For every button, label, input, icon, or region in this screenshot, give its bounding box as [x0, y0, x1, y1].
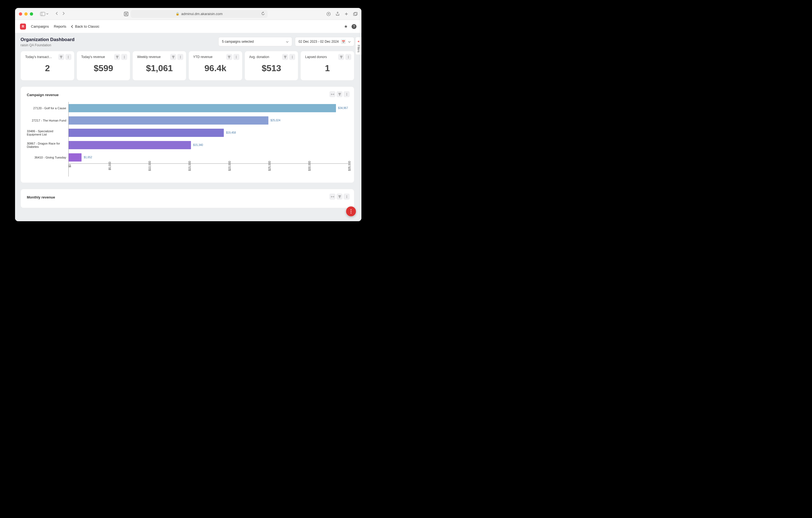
- nav-back-button[interactable]: [56, 11, 58, 17]
- svg-point-21: [348, 56, 349, 56]
- filter-icon[interactable]: [114, 54, 120, 60]
- more-icon[interactable]: [289, 54, 295, 60]
- date-range-selector[interactable]: 02 Dec 2023 - 02 Dec 2024 📅: [295, 37, 354, 46]
- chart-y-label: 27217 - The Human Fund: [27, 114, 68, 127]
- nav-back-to-classic[interactable]: Back to Classic: [71, 24, 99, 28]
- filter-icon[interactable]: [58, 54, 64, 60]
- svg-point-12: [180, 56, 180, 56]
- svg-point-15: [236, 56, 237, 56]
- svg-point-17: [236, 58, 237, 58]
- minimize-window-button[interactable]: [24, 12, 28, 16]
- chart-bar-value: $25,024: [270, 119, 281, 122]
- chart-bar-row: $25,024: [68, 114, 348, 127]
- help-icon[interactable]: ?: [352, 24, 356, 29]
- svg-point-13: [180, 57, 180, 57]
- favorites-icon[interactable]: ★: [344, 24, 348, 29]
- svg-point-11: [124, 58, 124, 58]
- chart-bar[interactable]: [68, 129, 224, 137]
- filter-icon[interactable]: [282, 54, 288, 60]
- sidebar-toggle[interactable]: [40, 12, 49, 16]
- card-title: Campaign revenue: [27, 93, 348, 97]
- chevrons-left-icon: «: [357, 39, 359, 43]
- chart-x-tick: $35,000: [348, 161, 351, 171]
- more-icon[interactable]: [121, 54, 127, 60]
- nav-campaigns[interactable]: Campaigns: [31, 24, 49, 28]
- downloads-icon[interactable]: [326, 12, 331, 16]
- kpi-card: Today's transactio… 2: [21, 51, 75, 81]
- expand-icon[interactable]: [329, 91, 336, 97]
- filter-icon[interactable]: [226, 54, 232, 60]
- monthly-revenue-card: Monthly revenue: [21, 189, 354, 208]
- svg-rect-4: [353, 13, 356, 16]
- new-tab-icon[interactable]: [344, 12, 348, 16]
- svg-point-28: [346, 196, 347, 197]
- share-icon[interactable]: [336, 12, 340, 16]
- chart-x-tick: $15,000: [188, 161, 191, 171]
- more-icon[interactable]: [344, 91, 350, 97]
- kpi-label: Today's transactio…: [25, 55, 53, 59]
- chart-y-label: 27120 - Golf for a Cause: [27, 102, 68, 114]
- chart-bar[interactable]: [68, 116, 268, 125]
- more-icon[interactable]: [177, 54, 183, 60]
- close-window-button[interactable]: [19, 12, 22, 16]
- svg-point-20: [292, 58, 292, 58]
- page-title: Organization Dashboard: [21, 37, 75, 43]
- kpi-card: Today's revenue $599: [77, 51, 130, 81]
- more-icon[interactable]: [345, 54, 351, 60]
- svg-point-31: [350, 211, 351, 212]
- chart-bar-value: $34,967: [338, 107, 348, 110]
- filter-icon[interactable]: [170, 54, 176, 60]
- chart-bar-value: $15,340: [193, 143, 203, 146]
- chart-bar[interactable]: [68, 141, 191, 149]
- svg-point-29: [346, 197, 347, 198]
- chevron-left-icon: [71, 25, 73, 28]
- chart-bar[interactable]: [68, 104, 336, 112]
- svg-point-7: [68, 57, 69, 57]
- svg-point-6: [68, 56, 69, 56]
- filter-icon[interactable]: [338, 54, 344, 60]
- filter-icon[interactable]: [337, 194, 343, 199]
- svg-point-24: [346, 93, 347, 93]
- svg-point-19: [292, 57, 292, 57]
- chart-x-tick: $25,000: [268, 161, 271, 171]
- chart-bar-value: $1,652: [84, 156, 92, 159]
- chart-x-tick: $20,000: [228, 161, 231, 171]
- more-icon[interactable]: [233, 54, 239, 60]
- more-icon[interactable]: [344, 194, 350, 199]
- svg-point-23: [348, 58, 349, 58]
- svg-point-30: [350, 209, 351, 210]
- filters-panel-toggle[interactable]: « Filters: [355, 37, 361, 55]
- kpi-value: 1: [305, 63, 350, 73]
- more-icon[interactable]: [65, 54, 71, 60]
- titlebar: 🔒 adminui.dm.akaraisin.com: [15, 8, 361, 20]
- campaign-selector[interactable]: 5 campaigns selected: [218, 37, 292, 46]
- app-header: R Campaigns Reports Back to Classic ★ ?: [15, 20, 361, 33]
- chart-y-label: 33486 - Specialized Equipment List: [27, 127, 68, 139]
- chart-bar[interactable]: [68, 153, 82, 162]
- kpi-value: $513: [249, 63, 294, 73]
- chart-bar-value: $19,458: [226, 131, 236, 134]
- svg-rect-5: [354, 12, 357, 15]
- traffic-lights: [19, 12, 33, 16]
- fab-more-button[interactable]: [346, 207, 356, 216]
- refresh-icon[interactable]: [261, 12, 265, 16]
- chart-x-tick: $0: [68, 164, 71, 167]
- page-header: Organization Dashboard raisin QA Foundat…: [21, 37, 354, 47]
- nav-forward-button[interactable]: [62, 11, 65, 17]
- fullscreen-window-button[interactable]: [30, 12, 33, 16]
- filter-icon[interactable]: [337, 91, 343, 97]
- url-bar[interactable]: 🔒 adminui.dm.akaraisin.com: [131, 10, 267, 18]
- svg-rect-0: [40, 12, 45, 16]
- kpi-value: 96.4k: [193, 63, 238, 73]
- tabs-icon[interactable]: [353, 12, 357, 16]
- kpi-card: Avg. donation $513: [244, 51, 298, 81]
- app-logo[interactable]: R: [20, 24, 26, 30]
- site-settings-icon[interactable]: [124, 11, 128, 17]
- expand-icon[interactable]: [329, 194, 336, 199]
- svg-point-22: [348, 57, 349, 57]
- kpi-label: YTD revenue: [193, 55, 221, 59]
- svg-point-14: [180, 58, 180, 58]
- nav-reports[interactable]: Reports: [54, 24, 66, 28]
- calendar-icon: 📅: [341, 39, 346, 44]
- kpi-value: $599: [81, 63, 126, 73]
